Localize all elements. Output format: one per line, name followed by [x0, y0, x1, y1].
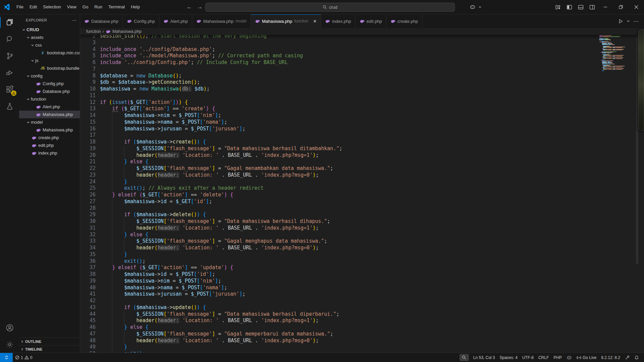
code-line[interactable]: 38 $mahasiswa->id = $_POST['id'];	[80, 271, 644, 278]
editor-scrollbar[interactable]	[636, 29, 638, 264]
eol-indicator[interactable]: CRLF	[536, 353, 551, 362]
breadcrumb-file[interactable]: Mahasiswa.php	[112, 29, 142, 34]
code-line[interactable]: 27 $mahasiswa->id = $_GET['id'];	[80, 198, 644, 205]
copilot-dropdown-icon[interactable]	[478, 5, 482, 9]
code-line[interactable]: 46 } else {	[80, 324, 644, 331]
code-line[interactable]: 40 $mahasiswa->nama = $_POST['nama'];	[80, 285, 644, 291]
code-line[interactable]: 18 if ($mahasiswa->create()) {	[80, 139, 644, 145]
tab-close-icon[interactable]: ✕	[313, 19, 317, 24]
tree-item-assets[interactable]: assets	[19, 34, 80, 41]
code-line[interactable]: 26 } elseif ($_GET['action'] == 'delete'…	[80, 192, 644, 198]
tree-item-create-php[interactable]: create.php	[19, 134, 80, 141]
menu-help[interactable]: Help	[128, 0, 143, 14]
code-line[interactable]: 30 $_SESSION['flash_message'] = "Data ma…	[80, 218, 644, 225]
nav-back-icon[interactable]: ←	[186, 4, 192, 10]
indentation-indicator[interactable]: Spaces: 4	[497, 353, 520, 362]
notifications-bell-icon[interactable]	[632, 353, 641, 362]
customize-layout-icon[interactable]	[552, 0, 564, 14]
code-line[interactable]: 24 }	[80, 179, 644, 185]
close-button[interactable]	[629, 0, 644, 14]
tree-item-mahasiswa-php[interactable]: Mahasiswa.php	[19, 111, 80, 118]
code-line[interactable]: 49 }	[80, 344, 644, 351]
restore-button[interactable]	[613, 0, 629, 14]
explorer-more-actions[interactable]: ⋯	[72, 17, 77, 23]
code-line[interactable]: 43 if ($mahasiswa->update()) {	[80, 304, 644, 311]
breadcrumb-folder[interactable]: function	[86, 29, 101, 34]
section-outline[interactable]: OUTLINE	[19, 338, 80, 345]
tree-item-database-php[interactable]: Database.php	[19, 87, 80, 95]
run-button[interactable]	[616, 14, 625, 28]
toggle-secondary-sidebar-icon[interactable]	[586, 0, 598, 14]
menu-selection[interactable]: Selection	[40, 0, 64, 14]
settings-gear-icon[interactable]	[0, 336, 19, 353]
tab-mahasiswa.php-model[interactable]: Mahasiswa.phpmodel	[192, 14, 251, 28]
php-version-indicator[interactable]: 8.2.12: 8.2	[599, 353, 623, 362]
pip-overlay[interactable]	[638, 29, 644, 131]
section-timeline[interactable]: TIMELINE	[19, 345, 80, 353]
testing-icon[interactable]	[0, 98, 19, 115]
tree-item-alert-php[interactable]: Alert.php	[19, 103, 80, 111]
run-debug-icon[interactable]	[0, 64, 19, 81]
code-line[interactable]: 41 $mahasiswa->jurusan = $_POST['jurusan…	[80, 291, 644, 298]
code-line[interactable]: 5include_once '../model/Mahasiswa.php'; …	[80, 53, 644, 59]
code-line[interactable]: 25 exit(); // Always exit after a header…	[80, 185, 644, 192]
code-line[interactable]: 12if (isset($_GET['action'])) {	[80, 99, 644, 106]
command-center-search[interactable]: crud	[205, 3, 455, 12]
code-editor[interactable]: 2session_start(); // Start session at th…	[80, 33, 644, 353]
code-line[interactable]: 34 header(header: 'Location: ' . BASE_UR…	[80, 245, 644, 251]
code-line[interactable]: 3	[80, 40, 644, 46]
code-line[interactable]: 44 $_SESSION['flash_message'] = "Data ma…	[80, 311, 644, 318]
tab-database.php[interactable]: Database.php	[80, 14, 123, 28]
language-indicator[interactable]: PHP	[551, 353, 564, 362]
extensions-icon[interactable]	[0, 81, 19, 98]
breadcrumb[interactable]: function › Mahasiswa.php	[80, 28, 644, 35]
code-line[interactable]: 48 header(header: 'Location: ' . BASE_UR…	[80, 338, 644, 344]
menu-go[interactable]: Go	[79, 0, 91, 14]
code-line[interactable]: 47 $_SESSION['flash_message'] = "Gagal m…	[80, 331, 644, 338]
menu-edit[interactable]: Edit	[26, 0, 40, 14]
tab-create.php[interactable]: create.php	[386, 14, 422, 28]
minimap[interactable]	[599, 34, 632, 71]
code-line[interactable]: 14 $mahasiswa->nim = $_POST['nim'];	[80, 112, 644, 119]
code-line[interactable]: 13 if ($_GET['action'] == 'create') {	[80, 106, 644, 112]
code-line[interactable]: 7	[80, 66, 644, 73]
menu-run[interactable]: Run	[91, 0, 105, 14]
go-live-button[interactable]: Go Live	[574, 353, 599, 362]
code-line[interactable]: 42	[80, 298, 644, 304]
code-line[interactable]: 35 }	[80, 251, 644, 258]
code-line[interactable]: 20 header(header: 'Location: ' . BASE_UR…	[80, 152, 644, 159]
tab-alert.php[interactable]: Alert.php	[159, 14, 192, 28]
wrench-icon[interactable]	[623, 353, 632, 362]
tree-item-model[interactable]: model	[19, 118, 80, 126]
copilot-status-icon[interactable]	[564, 353, 574, 362]
account-icon[interactable]	[0, 319, 19, 336]
tree-item-crud[interactable]: CRUD	[19, 26, 80, 34]
code-line[interactable]: 17	[80, 132, 644, 139]
source-control-icon[interactable]	[0, 48, 19, 64]
code-line[interactable]: 23 header(header: 'Location: ' . BASE_UR…	[80, 172, 644, 179]
tab-mahasiswa.php-function[interactable]: Mahasiswa.phpfunction✕	[251, 14, 321, 28]
tree-item-index-php[interactable]: index.php	[19, 149, 80, 157]
tree-item-bootstrap-bundle-[interactable]: JSbootstrap.bundle....	[19, 64, 80, 72]
explorer-icon[interactable]	[0, 14, 19, 31]
run-dropdown-icon[interactable]	[626, 14, 631, 28]
problems-indicator[interactable]: 1 0	[13, 353, 35, 362]
code-line[interactable]: 4include_once '../config/Database.php';	[80, 46, 644, 53]
code-line[interactable]: 32 } else {	[80, 232, 644, 238]
code-line[interactable]: 16 $mahasiswa->jurusan = $_POST['jurusan…	[80, 126, 644, 132]
tree-item-css[interactable]: css	[19, 41, 80, 49]
code-line[interactable]: 33 $_SESSION['flash_message'] = "Gagal m…	[80, 238, 644, 245]
tab-index.php[interactable]: index.php	[321, 14, 355, 28]
code-line[interactable]: 29 if ($mahasiswa->delete()) {	[80, 212, 644, 218]
code-line[interactable]: 36 exit();	[80, 258, 644, 265]
tree-item-config[interactable]: config	[19, 72, 80, 80]
toggle-sidebar-icon[interactable]	[564, 0, 575, 14]
code-line[interactable]: 9$db = $database->getConnection();	[80, 79, 644, 86]
code-line[interactable]: 22 $_SESSION['flash_message'] = "Gagal m…	[80, 165, 644, 172]
toggle-panel-icon[interactable]	[575, 0, 586, 14]
code-line[interactable]: 45 header(header: 'Location: ' . BASE_UR…	[80, 317, 644, 324]
code-line[interactable]: 11	[80, 93, 644, 99]
code-line[interactable]: 19 $_SESSION['flash_message'] = "Data ma…	[80, 145, 644, 152]
tree-item-edit-php[interactable]: edit.php	[19, 141, 80, 149]
minimize-button[interactable]	[598, 0, 613, 14]
